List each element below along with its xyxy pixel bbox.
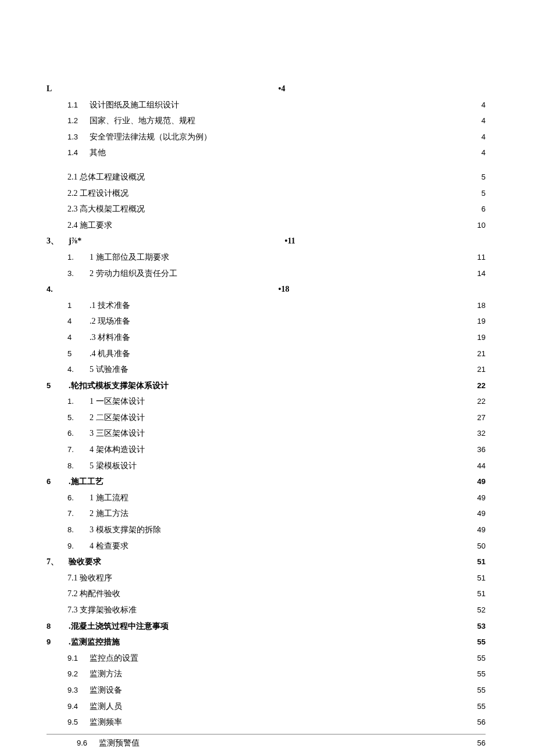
divider (47, 734, 486, 734)
toc-page-number: 21 (476, 347, 486, 361)
toc-entry: 1.3安全管理法律法规（以北京为例）4 (47, 130, 486, 145)
toc-entry-number: 4. (67, 363, 84, 377)
toc-entry-title: 监测频率 (90, 715, 122, 730)
toc-entry-number: 9.6 (77, 736, 93, 751)
toc-page-number: 19 (476, 331, 486, 345)
toc-entry-number: 9.2 (67, 667, 84, 682)
toc-entry-title: 监测设备 (90, 683, 122, 698)
toc-page-number: 56 (476, 736, 486, 751)
toc-page-number: 51 (476, 571, 486, 586)
toc-page-number: 49 (476, 507, 486, 521)
toc-entry-number: 1.1 (67, 98, 84, 113)
toc-entry-title: 其他 (90, 145, 106, 161)
toc-entry-number: 9.1 (67, 651, 84, 666)
toc-entry-title: 2.3 高大模架工程概况 (67, 202, 145, 217)
toc-entry-title: .3 材料准备 (90, 330, 130, 346)
toc-entry-title: .2 现场准备 (90, 314, 130, 329)
toc-entry-number: 8. (67, 523, 84, 538)
toc-inline-page: •4 (279, 81, 486, 97)
toc-entry-number: 9.3 (67, 683, 84, 698)
toc-entry: 7.4 架体构造设计36 (47, 442, 486, 458)
toc-entry-number: 3、 (47, 234, 63, 249)
toc-page-number: 55 (476, 635, 486, 650)
toc-entry-title: .混凝土浇筑过程中注意事项 (69, 619, 169, 635)
toc-page-number: 14 (476, 267, 486, 281)
toc-page-number: 27 (476, 411, 486, 425)
toc-entry: 8.3 模板支撑架的拆除49 (47, 522, 486, 538)
toc-entry-title: .4 机具准备 (90, 346, 130, 362)
toc-entry-number: 9.4 (67, 700, 84, 714)
toc-page-number: 55 (476, 651, 486, 666)
toc-entry-number: 7、 (47, 554, 63, 570)
toc-page-number: 49 (476, 523, 486, 538)
toc-entry: 4.5 试验准备21 (47, 362, 486, 378)
toc-page-number: 55 (476, 683, 486, 698)
toc-entry-title: 2.1 总体工程建设概况 (67, 170, 145, 185)
toc-page-number: 55 (476, 667, 486, 682)
toc-inline-page: •18 (279, 282, 486, 298)
toc-entry-title: 7.2 构配件验收 (67, 586, 120, 602)
toc-entry-number: 1.4 (67, 146, 84, 160)
toc-entry: 7、验收要求51 (47, 554, 486, 570)
toc-inline-page: •11 (285, 234, 486, 249)
toc-page-number: 18 (476, 299, 486, 313)
toc-entry: 9.4监测人员55 (47, 699, 486, 715)
toc-page-number: 4 (480, 98, 486, 113)
toc-entry: 3.2 劳动力组织及责任分工14 (47, 266, 486, 282)
toc-entry: L•4 (47, 81, 486, 97)
toc-entry: 6.施工工艺49 (47, 474, 486, 490)
toc-entry-title: 7.1 验收程序 (67, 571, 112, 586)
toc-page-number: 55 (476, 700, 486, 714)
toc-entry-title: 4 检查要求 (90, 539, 129, 554)
toc-entry-number: 1.3 (67, 130, 84, 145)
toc-entry: 9.3监测设备55 (47, 683, 486, 698)
toc-page-number: 49 (476, 475, 486, 489)
toc-entry-title: 监控点的设置 (90, 651, 138, 667)
toc-entry: 2.1 总体工程建设概况5 (47, 170, 486, 185)
toc-entry-title: 2 劳动力组织及责任分工 (90, 266, 177, 282)
toc-entry-title: 5 梁模板设计 (90, 458, 137, 474)
toc-entry-title: 监测方法 (90, 667, 122, 682)
toc-page-number: 4 (480, 130, 486, 145)
toc-page-number: 53 (476, 619, 486, 634)
toc-entry: 9.监测监控措施55 (47, 635, 486, 650)
toc-page-number: 5 (480, 170, 486, 185)
toc-entry-title: 2 二区架体设计 (90, 410, 145, 426)
toc-entry: 2.2 工程设计概况5 (47, 186, 486, 202)
toc-entry-number: 7. (67, 507, 84, 521)
toc-page-number: 32 (476, 427, 486, 441)
toc-entry-number: 1.2 (67, 114, 84, 128)
toc-entry-number: 9 (47, 635, 63, 650)
toc-entry-title: .施工工艺 (69, 474, 104, 490)
toc-entry-number: 5 (47, 379, 63, 393)
toc-entry-number: 4 (67, 331, 84, 345)
toc-entry-number: 7. (67, 443, 84, 457)
toc-entry: 9.1监控点的设置55 (47, 651, 486, 667)
toc-entry: 2.3 高大模架工程概况6 (47, 202, 486, 217)
toc-entry: 4.•18 (47, 282, 486, 298)
toc-entry: 7.3 支撑架验收标准52 (47, 603, 486, 618)
toc-page-number: 52 (476, 603, 486, 618)
toc-entry-title: .监测监控措施 (69, 635, 120, 650)
toc-entry-number: 5. (67, 411, 84, 425)
toc-entry: 4.3 材料准备19 (47, 330, 486, 346)
toc-entry-title: 设计图纸及施工组织设计 (90, 98, 179, 113)
toc-page-number: 19 (476, 314, 486, 329)
toc-entry: 1.2国家、行业、地方规范、规程4 (47, 113, 486, 129)
toc-page-number: 36 (476, 443, 486, 457)
toc-entry-title: 监测人员 (90, 699, 122, 715)
toc-page-number: 51 (476, 555, 486, 569)
table-of-contents: L•41.1设计图纸及施工组织设计41.2国家、行业、地方规范、规程41.3安全… (47, 81, 486, 751)
toc-page-number: 22 (476, 395, 486, 409)
toc-entry: 1.1 一区架体设计22 (47, 394, 486, 410)
toc-entry-title: 安全管理法律法规（以北京为例） (90, 130, 212, 145)
toc-entry-title: .1 技术准备 (90, 298, 130, 314)
toc-entry-number: 3. (67, 267, 84, 281)
toc-entry-title: j⅞* (69, 234, 81, 249)
toc-entry-number: 8 (47, 619, 63, 634)
toc-page-number: 10 (476, 218, 486, 233)
toc-page-number: 4 (480, 146, 486, 160)
toc-entry-number: 6 (47, 475, 63, 489)
toc-entry: 5.4 机具准备21 (47, 346, 486, 362)
toc-page-number: 49 (476, 491, 486, 506)
